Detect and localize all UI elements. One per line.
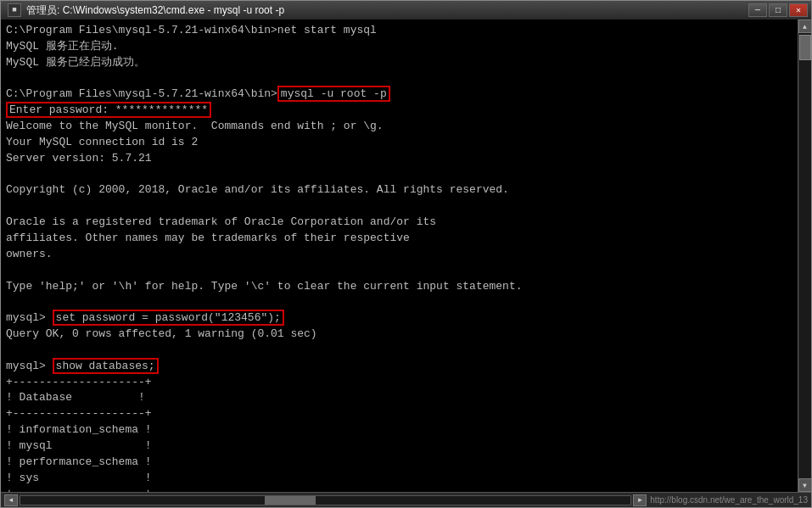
terminal-line: Type 'help;' or '\h' for help. Type '\c'… (6, 279, 792, 295)
terminal-line: Query OK, 0 rows affected, 1 warning (0.… (6, 327, 792, 343)
terminal-line-password: Enter password: ************** (6, 103, 792, 119)
scroll-track[interactable] (799, 33, 811, 478)
scroll-h-track[interactable] (20, 495, 631, 505)
close-button[interactable]: ✕ (789, 3, 808, 17)
app-icon: ■ (8, 3, 21, 17)
scrollbar[interactable]: ▲ ▼ (798, 20, 811, 492)
terminal-line: ! mysql ! (6, 438, 792, 455)
minimize-button[interactable]: ─ (748, 3, 767, 17)
terminal-line: ! performance_schema ! (6, 455, 792, 471)
scroll-thumb[interactable] (799, 35, 811, 60)
terminal-line (6, 343, 792, 359)
terminal-line: C:\Program Files\mysql-5.7.21-winx64\bin… (6, 23, 792, 39)
terminal-line: +--------------------+ (6, 406, 792, 422)
scroll-left-button[interactable]: ◄ (4, 494, 18, 506)
terminal-line-set-password: mysql> set password = password("123456")… (6, 310, 792, 327)
maximize-button[interactable]: □ (769, 3, 787, 17)
title-bar-left: ■ 管理员: C:\Windows\system32\cmd.exe - mys… (8, 3, 284, 18)
window-title: 管理员: C:\Windows\system32\cmd.exe - mysql… (26, 3, 284, 18)
title-bar-buttons: ─ □ ✕ (748, 3, 808, 17)
terminal-line (6, 294, 792, 310)
terminal-line (6, 167, 792, 183)
terminal-line: C:\Program Files\mysql-5.7.21-winx64\bin… (6, 87, 792, 103)
bottom-bar: ◄ ► http://blog.csdn.net/we_are_the_worl… (1, 492, 811, 507)
window: ■ 管理员: C:\Windows\system32\cmd.exe - mys… (0, 0, 812, 508)
terminal-line: Oracle is a registered trademark of Orac… (6, 215, 792, 231)
scroll-h-thumb[interactable] (265, 496, 316, 505)
content-area: C:\Program Files\mysql-5.7.21-winx64\bin… (1, 20, 811, 492)
terminal-line: owners. (6, 247, 792, 263)
terminal-line: Copyright (c) 2000, 2018, Oracle and/or … (6, 182, 792, 198)
terminal-line: MySQL 服务正在启动. (6, 39, 792, 55)
terminal-line: affiliates. Other names may be trademark… (6, 231, 792, 247)
terminal-line: +--------------------+ (6, 375, 792, 391)
terminal-line: Server version: 5.7.21 (6, 151, 792, 167)
terminal[interactable]: C:\Program Files\mysql-5.7.21-winx64\bin… (1, 20, 798, 492)
terminal-line: Welcome to the MySQL monitor. Commands e… (6, 119, 792, 135)
scroll-down-button[interactable]: ▼ (798, 478, 812, 492)
terminal-line (6, 71, 792, 87)
terminal-line: ! Database ! (6, 390, 792, 406)
scroll-up-button[interactable]: ▲ (798, 20, 812, 33)
terminal-line (6, 263, 792, 279)
terminal-line: MySQL 服务已经启动成功。 (6, 55, 792, 71)
status-text: http://blog.csdn.net/we_are_the_world_13 (650, 495, 808, 505)
terminal-line (6, 198, 792, 215)
terminal-line: ! information_schema ! (6, 422, 792, 438)
scroll-right-button[interactable]: ► (633, 494, 647, 506)
title-bar: ■ 管理员: C:\Windows\system32\cmd.exe - mys… (1, 1, 811, 20)
terminal-line-show-db: mysql> show databases; (6, 359, 792, 375)
terminal-line: ! sys ! (6, 471, 792, 487)
terminal-line: Your MySQL connection id is 2 (6, 135, 792, 151)
